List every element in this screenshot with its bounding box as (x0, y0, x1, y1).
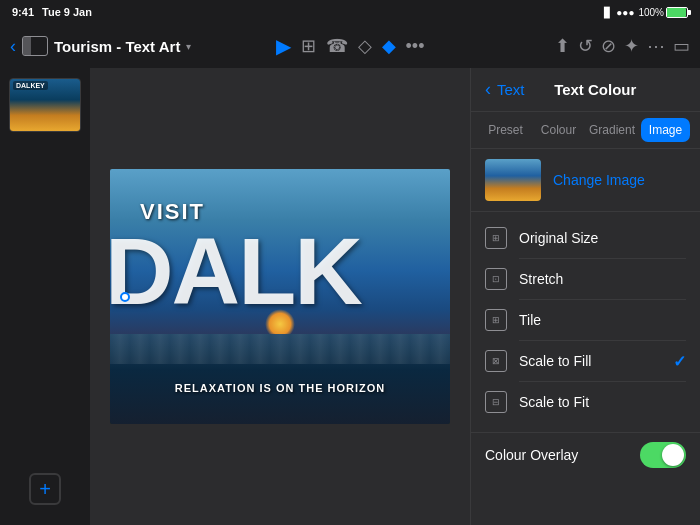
title-chevron-icon[interactable]: ▾ (186, 41, 191, 52)
tab-bar: Preset Colour Gradient Image (471, 112, 700, 149)
magic-button[interactable]: ◆ (382, 35, 396, 57)
tab-gradient[interactable]: Gradient (587, 118, 637, 142)
tab-colour[interactable]: Colour (534, 118, 583, 142)
share-button[interactable]: ⬆ (555, 35, 570, 57)
signal-icon: ●●● (616, 7, 634, 18)
main-area: DALKEY + VISIT DALK RELAXATION IS ON THE… (0, 68, 700, 525)
original-size-icon: ⊞ (485, 227, 507, 249)
animation-button[interactable]: ◇ (358, 35, 372, 57)
panel-header: ‹ Text Text Colour (471, 68, 700, 112)
selected-image-thumb (485, 159, 541, 201)
colour-overlay-toggle[interactable] (640, 442, 686, 468)
panel-back-icon[interactable]: ‹ (485, 79, 491, 100)
image-preview-row: Change Image (471, 149, 700, 212)
slide-panel: DALKEY + (0, 68, 90, 525)
status-time: 9:41 (12, 6, 34, 18)
status-day: Tue 9 Jan (42, 6, 92, 18)
status-bar: 9:41 Tue 9 Jan ▊ ●●● 100% (0, 0, 700, 24)
tile-label: Tile (519, 312, 686, 328)
more-button[interactable]: ••• (406, 36, 425, 57)
control-handle[interactable] (120, 292, 130, 302)
option-stretch[interactable]: ⊡ Stretch (471, 259, 700, 299)
scale-to-fill-label: Scale to Fill (519, 353, 661, 369)
water-element (110, 334, 450, 424)
battery-percent: 100% (638, 7, 664, 18)
right-panel: ‹ Text Text Colour Preset Colour Gradien… (470, 68, 700, 525)
redo-button[interactable]: ⊘ (601, 35, 616, 57)
format-button[interactable]: ✦ (624, 35, 639, 57)
checkmark-icon: ✓ (673, 352, 686, 371)
back-button[interactable]: ‹ (10, 36, 16, 57)
more-options-button[interactable]: ⋯ (647, 35, 665, 57)
dalk-text: DALK (110, 224, 361, 319)
battery-indicator: 100% (638, 7, 688, 18)
colour-overlay-label: Colour Overlay (485, 447, 640, 463)
tab-image[interactable]: Image (641, 118, 690, 142)
option-scale-to-fill[interactable]: ⊠ Scale to Fill ✓ (471, 341, 700, 381)
panel-title: Text Colour (525, 81, 666, 98)
original-size-label: Original Size (519, 230, 686, 246)
toggle-knob (662, 444, 684, 466)
tile-icon: ⊞ (485, 309, 507, 331)
tab-preset[interactable]: Preset (481, 118, 530, 142)
option-tile[interactable]: ⊞ Tile (471, 300, 700, 340)
option-original-size[interactable]: ⊞ Original Size (471, 218, 700, 258)
remote-button[interactable]: ☎ (326, 35, 348, 57)
slide-canvas[interactable]: VISIT DALK RELAXATION IS ON THE HORIZON (110, 169, 450, 424)
scale-to-fit-icon: ⊟ (485, 391, 507, 413)
stretch-icon: ⊡ (485, 268, 507, 290)
undo-button[interactable]: ↺ (578, 35, 593, 57)
canvas-area: VISIT DALK RELAXATION IS ON THE HORIZON (90, 68, 470, 525)
tagline-text: RELAXATION IS ON THE HORIZON (110, 382, 450, 394)
colour-overlay-row: Colour Overlay (471, 432, 700, 477)
add-slide-button[interactable]: + (29, 473, 61, 505)
panel-back-button[interactable]: Text (497, 81, 525, 98)
wifi-icon: ▊ (604, 7, 612, 18)
grid-view-button[interactable]: ⊞ (301, 35, 316, 57)
present-button[interactable]: ▭ (673, 35, 690, 57)
scale-to-fit-label: Scale to Fit (519, 394, 686, 410)
image-options-list: ⊞ Original Size ⊡ Stretch ⊞ Tile ⊠ Scale… (471, 212, 700, 428)
change-image-button[interactable]: Change Image (553, 172, 645, 188)
scale-to-fill-icon: ⊠ (485, 350, 507, 372)
stretch-label: Stretch (519, 271, 686, 287)
sidebar-toggle-button[interactable] (22, 36, 48, 56)
slide-thumbnail[interactable]: DALKEY (9, 78, 81, 132)
option-scale-to-fit[interactable]: ⊟ Scale to Fit (471, 382, 700, 422)
toolbar: ‹ Tourism - Text Art ▾ ▶ ⊞ ☎ ◇ ◆ ••• ⬆ ↺… (0, 24, 700, 68)
play-button[interactable]: ▶ (276, 34, 291, 58)
add-icon: + (39, 478, 51, 501)
slide-thumb-label: DALKEY (13, 81, 48, 90)
app-title: Tourism - Text Art (54, 38, 180, 55)
